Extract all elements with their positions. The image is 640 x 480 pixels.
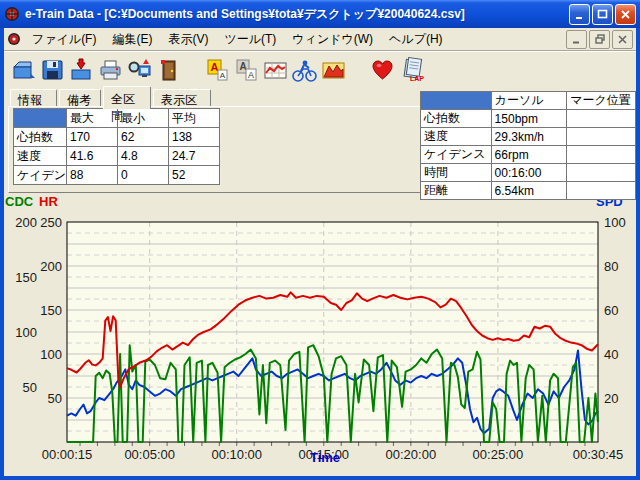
svg-text:60: 60 (604, 303, 618, 318)
titlebar: e-Train Data - [C:¥Documents and Setting… (0, 0, 640, 28)
stats-header-min: 最小 (118, 109, 169, 128)
chart[interactable]: 20015010050250200150100501008060402000:0… (4, 192, 636, 476)
svg-text:00:10:00: 00:10:00 (211, 447, 262, 462)
svg-text:A: A (220, 71, 226, 80)
document-icon (7, 32, 21, 46)
menu-file[interactable]: ファイル(F) (24, 28, 104, 51)
stats-value: 0 (118, 166, 169, 185)
lap-icon[interactable]: LAP (397, 56, 426, 86)
font-decrease-icon[interactable]: AA (232, 56, 261, 86)
heart-rate-icon[interactable] (368, 56, 397, 86)
cursor-table: カーソル マーク位置 心拍数 150bpm 速度 29.3km/h ケイデンス … (420, 91, 636, 200)
stats-value: 170 (67, 128, 118, 147)
svg-text:200: 200 (15, 215, 37, 230)
save-icon[interactable] (38, 56, 67, 86)
table-row: 距離 6.54km (421, 182, 636, 200)
time-axis-label: Time (280, 450, 370, 465)
svg-text:200: 200 (40, 259, 62, 274)
graph-view-icon[interactable] (261, 56, 290, 86)
mark-value (567, 110, 636, 128)
stats-row-label: 心拍数 (14, 128, 67, 147)
stats-header-max: 最大 (67, 109, 118, 128)
menubar: ファイル(F) 編集(E) 表示(V) ツール(T) ウィンドウ(W) ヘルプ(… (4, 28, 636, 51)
stats-value: 88 (67, 166, 118, 185)
svg-text:A: A (248, 70, 254, 80)
cyclist-icon[interactable] (290, 56, 319, 86)
app-window: e-Train Data - [C:¥Documents and Setting… (0, 0, 640, 480)
svg-text:00:05:00: 00:05:00 (124, 447, 175, 462)
tab-all-range[interactable]: 全区間 (103, 86, 151, 109)
cursor-value: 6.54km (491, 182, 567, 200)
mark-value (567, 128, 636, 146)
stats-value: 4.8 (118, 147, 169, 166)
font-increase-icon[interactable]: AA (203, 56, 232, 86)
cursor-row-label: 距離 (421, 182, 492, 200)
import-data-icon[interactable] (67, 56, 96, 86)
mdi-restore-button[interactable] (589, 30, 610, 49)
minimize-button[interactable] (569, 4, 590, 25)
print-icon[interactable] (96, 56, 125, 86)
table-row: ケイデンス 66rpm (421, 146, 636, 164)
mark-value (567, 182, 636, 200)
svg-text:00:20:00: 00:20:00 (386, 447, 437, 462)
menu-window[interactable]: ウィンドウ(W) (284, 28, 381, 51)
device-download-icon[interactable] (125, 56, 154, 86)
menu-view[interactable]: 表示(V) (160, 28, 216, 51)
area-graph-icon[interactable] (319, 56, 348, 86)
stats-value: 24.7 (169, 147, 220, 166)
stats-corner-cell (14, 109, 67, 128)
window-title: e-Train Data - [C:¥Documents and Setting… (25, 6, 567, 23)
menu-tools[interactable]: ツール(T) (216, 28, 284, 51)
app-icon (4, 6, 20, 22)
menu-edit[interactable]: 編集(E) (104, 28, 160, 51)
table-row: 速度 29.3km/h (421, 128, 636, 146)
close-button[interactable] (615, 4, 636, 25)
cursor-value: 00:16:00 (491, 164, 567, 182)
mark-value (567, 146, 636, 164)
exit-icon[interactable] (154, 56, 183, 86)
cursor-value: 150bpm (491, 110, 567, 128)
mark-value (567, 164, 636, 182)
svg-text:00:25:00: 00:25:00 (473, 447, 524, 462)
svg-text:00:30:45: 00:30:45 (573, 447, 624, 462)
maximize-button[interactable] (592, 4, 613, 25)
stats-value: 41.6 (67, 147, 118, 166)
stats-header-avg: 平均 (169, 109, 220, 128)
toolbar: AA AA LAP (4, 51, 636, 89)
svg-text:20: 20 (604, 391, 618, 406)
mdi-close-button[interactable] (612, 30, 633, 49)
chart-plot[interactable]: 20015010050250200150100501008060402000:0… (4, 192, 636, 476)
stats-row-label: ケイデンス (14, 166, 67, 185)
svg-text:150: 150 (40, 303, 62, 318)
stats-value: 138 (169, 128, 220, 147)
svg-text:80: 80 (604, 259, 618, 274)
svg-text:40: 40 (604, 347, 618, 362)
cursor-value: 29.3km/h (491, 128, 567, 146)
mdi-minimize-button[interactable] (566, 30, 587, 49)
stats-value: 52 (169, 166, 220, 185)
svg-text:50: 50 (23, 380, 37, 395)
cursor-header: カーソル (491, 92, 567, 110)
mark-header: マーク位置 (567, 92, 636, 110)
table-row: 心拍数 150bpm (421, 110, 636, 128)
cursor-corner-cell (421, 92, 492, 110)
cursor-row-label: ケイデンス (421, 146, 492, 164)
menu-help[interactable]: ヘルプ(H) (381, 28, 451, 51)
svg-text:100: 100 (15, 325, 37, 340)
svg-text:100: 100 (40, 347, 62, 362)
table-row: 時間 00:16:00 (421, 164, 636, 182)
svg-text:250: 250 (40, 215, 62, 230)
svg-text:LAP: LAP (410, 75, 424, 82)
stats-value: 62 (118, 128, 169, 147)
table-row: 速度 41.6 4.8 24.7 (14, 147, 220, 166)
cursor-row-label: 速度 (421, 128, 492, 146)
svg-text:50: 50 (48, 391, 62, 406)
cursor-row-label: 時間 (421, 164, 492, 182)
svg-text:00:00:15: 00:00:15 (42, 447, 93, 462)
svg-text:100: 100 (604, 215, 626, 230)
open-file-icon[interactable] (9, 56, 38, 86)
table-row: 心拍数 170 62 138 (14, 128, 220, 147)
table-row: ケイデンス 88 0 52 (14, 166, 220, 185)
stats-row-label: 速度 (14, 147, 67, 166)
cursor-value: 66rpm (491, 146, 567, 164)
